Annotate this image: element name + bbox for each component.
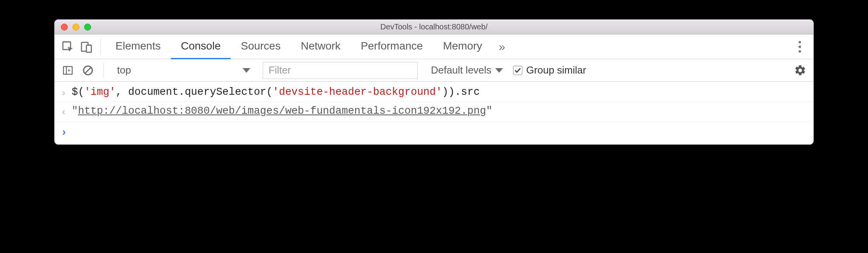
separator (100, 39, 101, 55)
minimize-window-button[interactable] (72, 24, 79, 31)
device-toggle-icon[interactable] (77, 38, 96, 56)
traffic-lights (55, 24, 91, 31)
checkbox-icon (513, 66, 522, 75)
console-output-value[interactable]: "http://localhost:8080/web/images/web-fu… (72, 103, 807, 120)
svg-line-6 (85, 67, 91, 73)
filter-input[interactable] (263, 62, 418, 79)
levels-label: Default levels (431, 64, 491, 76)
close-window-button[interactable] (61, 24, 68, 31)
code-quote: " (486, 105, 492, 117)
svg-rect-3 (64, 67, 72, 74)
code-text: $( (72, 86, 84, 98)
chevron-down-icon (495, 68, 503, 73)
kebab-menu-icon[interactable] (790, 38, 809, 56)
window-title: DevTools - localhost:8080/web/ (55, 22, 813, 31)
console-output-row: ‹ "http://localhost:8080/web/images/web-… (55, 102, 813, 121)
console-input-code[interactable]: $('img', document.querySelector('devsite… (72, 84, 807, 101)
console-input-row: › $('img', document.querySelector('devsi… (55, 83, 813, 102)
code-string: 'devsite-header-background' (273, 86, 442, 98)
more-tabs-icon[interactable]: » (492, 40, 512, 53)
tab-elements[interactable]: Elements (105, 34, 171, 59)
code-text: )).src (442, 86, 480, 98)
tabs-bar: Elements Console Sources Network Perform… (55, 34, 813, 59)
chevron-down-icon (243, 68, 250, 73)
titlebar: DevTools - localhost:8080/web/ (55, 20, 813, 34)
code-string: 'img' (84, 86, 115, 98)
input-chevron-icon: › (61, 84, 72, 101)
devtools-window: DevTools - localhost:8080/web/ Elements … (54, 19, 814, 145)
group-similar-label: Group similar (526, 64, 586, 76)
prompt-chevron-icon: › (61, 122, 72, 141)
console-toolbar: top Default levels Group similar (55, 59, 813, 82)
clear-console-icon[interactable] (79, 61, 97, 80)
tab-sources[interactable]: Sources (231, 34, 291, 59)
console-output: › $('img', document.querySelector('devsi… (55, 82, 813, 144)
inspect-element-icon[interactable] (59, 38, 77, 56)
maximize-window-button[interactable] (84, 24, 91, 31)
svg-rect-2 (86, 45, 91, 52)
toggle-sidebar-icon[interactable] (59, 61, 77, 80)
tab-network[interactable]: Network (291, 34, 351, 59)
settings-icon[interactable] (791, 61, 809, 80)
group-similar-checkbox[interactable]: Group similar (513, 64, 586, 76)
context-label: top (117, 64, 131, 76)
tab-performance[interactable]: Performance (351, 34, 433, 59)
separator (103, 63, 104, 78)
code-url: http://localhost:8080/web/images/web-fun… (78, 105, 486, 117)
log-levels-selector[interactable]: Default levels (431, 64, 503, 76)
code-quote: " (72, 105, 78, 117)
tab-console[interactable]: Console (171, 34, 231, 59)
context-selector[interactable]: top (110, 64, 257, 76)
output-chevron-icon: ‹ (61, 103, 72, 120)
code-text: , document.querySelector( (115, 86, 272, 98)
console-prompt-row[interactable]: › (55, 121, 813, 142)
tab-memory[interactable]: Memory (433, 34, 492, 59)
